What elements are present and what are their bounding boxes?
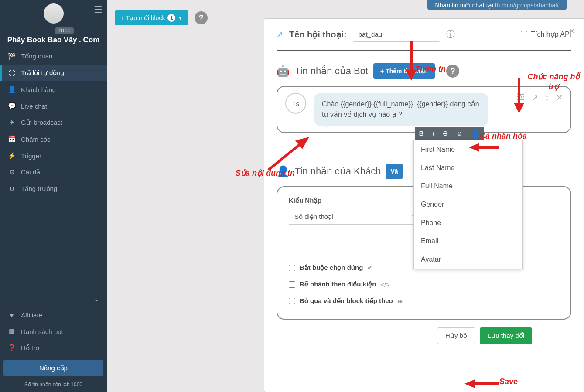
delete-icon[interactable]: ✕ [556, 93, 563, 102]
check-branch[interactable]: Rẽ nhánh theo điều kiện </> [289, 276, 559, 293]
check-skip[interactable]: Bỏ qua và đến block tiếp theo ⏭ [289, 293, 559, 309]
sidebar-item-label: Tổng quan [21, 52, 52, 60]
sidebar-item-growth[interactable]: ∪Tăng trưởng [0, 181, 107, 197]
logo [44, 3, 64, 24]
sidebar-item-overview[interactable]: 🏁Tổng quan [0, 48, 107, 65]
external-icon[interactable]: ↗ [532, 93, 538, 102]
sidebar-lower: ⌄ ♥Affiliate ▦Danh sách bot ❓Hỗ trợ Nâng… [0, 290, 107, 392]
dropdown-item-firstname[interactable]: First Name [414, 140, 522, 159]
sidebar-item-label: Affiliate [21, 311, 42, 319]
add-message-button[interactable]: +Thêm tin nhắn [373, 63, 435, 79]
free-badge: FREE [55, 27, 74, 34]
code-icon: </> [380, 281, 390, 288]
dropdown-item-avatar[interactable]: Avatar [414, 250, 522, 269]
sidebar-item-livechat[interactable]: 💬Live chat [0, 98, 107, 114]
message-tools: 🖼 ↗ ↕ ✕ [517, 93, 563, 102]
sidebar-item-label: Gửi broadcast [21, 119, 62, 126]
sidebar-item-affiliate[interactable]: ♥Affiliate [0, 307, 107, 323]
grid-icon: ▦ [7, 327, 17, 335]
bot-message-box: 🖼 ↗ ↕ ✕ 1s Chào {{gender}} {{full_name}}… [277, 86, 571, 133]
sidebar-item-label: Tăng trưởng [21, 185, 57, 193]
variable-dropdown: First Name Last Name Full Name Gender Ph… [413, 140, 523, 269]
checkbox-required[interactable] [289, 265, 295, 271]
magnet-icon: ∪ [7, 185, 17, 193]
info-icon[interactable]: ⓘ [446, 28, 455, 40]
checkbox-branch[interactable] [289, 281, 295, 288]
api-checkbox[interactable] [521, 31, 527, 37]
sidebar-item-label: Hỗ trợ [21, 344, 39, 352]
plus-icon: + [380, 68, 384, 75]
dropdown-item-phone[interactable]: Phone [414, 214, 522, 232]
sidebar-item-customers[interactable]: 👤Khách hàng [0, 81, 107, 98]
forward-icon: ⏭ [397, 297, 404, 305]
input-type-select[interactable]: Số điện thoại [289, 209, 420, 225]
dropdown-item-lastname[interactable]: Last Name [414, 159, 522, 177]
van-button[interactable]: Vă [386, 164, 402, 179]
cancel-button[interactable]: Hủy bỏ [437, 327, 475, 344]
user-icon: 👤 [7, 85, 17, 93]
bold-icon[interactable]: B [415, 127, 428, 140]
sitemap-icon: ⛶ [7, 69, 17, 77]
sidebar-item-trigger[interactable]: ⚡Trigger [0, 147, 107, 164]
sidebar-item-settings[interactable]: ⚙Cài đặt [0, 164, 107, 181]
sidebar-item-autoreply[interactable]: ⛶Trả lời tự động [0, 65, 107, 81]
dialog-name-row: ↗ Tên hội thoại: ⓘ Tích hợp API [277, 27, 571, 51]
customer-section-title: Tin nhắn của Khách [295, 166, 381, 177]
help-icon[interactable]: ? [446, 65, 459, 78]
sidebar-item-label: Chăm sóc [21, 136, 51, 143]
message-count: Số tin nhắn còn lại: 1000 [0, 380, 107, 392]
android-icon: 🤖 [277, 65, 290, 77]
api-label: Tích hợp API [531, 30, 571, 38]
italic-icon[interactable]: I [428, 127, 438, 140]
calendar-icon: 📅 [7, 135, 17, 143]
main: Nhận tin mới nhất tại fb.com/groups/ahac… [107, 0, 584, 392]
check-label: Bỏ qua và đến block tiếp theo [300, 297, 393, 305]
top-banner: Nhận tin mới nhất tại fb.com/groups/ahac… [427, 0, 567, 10]
checkbox-skip[interactable] [289, 298, 295, 304]
sidebar-item-care[interactable]: 📅Chăm sóc [0, 131, 107, 147]
dialog-name-input[interactable] [353, 27, 440, 42]
dropdown-item-gender[interactable]: Gender [414, 195, 522, 214]
sidebar-item-broadcast[interactable]: ✈Gửi broadcast [0, 114, 107, 131]
input-type-value: Số điện thoại [294, 213, 334, 220]
nav-items: 🏁Tổng quan ⛶Trả lời tự động 👤Khách hàng … [0, 48, 107, 290]
caret-down-icon: ▼ [178, 16, 182, 20]
strike-icon[interactable]: S [439, 127, 452, 140]
sidebar-item-label: Khách hàng [21, 86, 56, 93]
reorder-icon[interactable]: ↕ [545, 93, 549, 102]
help-icon: ❓ [7, 344, 17, 352]
user-var-icon[interactable]: 👤 [467, 127, 484, 140]
dropdown-item-email[interactable]: Email [414, 232, 522, 250]
bot-section-title: Tin nhắn của Bot [295, 65, 368, 77]
dropdown-item-fullname[interactable]: Full Name [414, 177, 522, 195]
delay-badge[interactable]: 1s [285, 93, 306, 114]
upgrade-button[interactable]: Nâng cấp [3, 360, 103, 376]
gear-icon: ⚙ [7, 168, 17, 176]
sidebar-item-label: Trả lời tự động [21, 69, 64, 77]
create-block-button[interactable]: + Tạo mới block 1 ▼ [115, 10, 188, 25]
sidebar-item-botlist[interactable]: ▦Danh sách bot [0, 323, 107, 340]
collapse-icon[interactable]: ⌄ [0, 290, 107, 307]
sidebar-item-support[interactable]: ❓Hỗ trợ [0, 340, 107, 356]
create-block-label: + Tạo mới block [121, 14, 165, 21]
editor-toolbar: B I S ☺ 👤 [415, 127, 484, 140]
heart-icon: ♥ [7, 311, 17, 319]
sidebar-item-label: Cài đặt [21, 168, 42, 176]
external-link-icon[interactable]: ↗ [277, 30, 283, 39]
close-icon[interactable]: × [569, 25, 575, 37]
van-label: Vă [390, 168, 398, 175]
dialog-modal: × ↗ Tên hội thoại: ⓘ Tích hợp API 🤖 Tin … [264, 18, 584, 392]
emoji-icon[interactable]: ☺ [452, 127, 467, 140]
api-checkbox-label[interactable]: Tích hợp API [521, 30, 571, 38]
help-icon[interactable]: ? [195, 11, 208, 24]
message-bubble[interactable]: Chào {{gender}} {{full_name}}. {{gender}… [314, 93, 488, 126]
sidebar-item-label: Danh sách bot [21, 328, 63, 335]
user-icon: 👤 [277, 165, 290, 177]
add-message-label: Thêm tin nhắn [386, 68, 428, 75]
banner-prefix: Nhận tin mới nhất tại [435, 2, 495, 9]
hamburger-icon[interactable]: ☰ [94, 4, 102, 16]
image-icon[interactable]: 🖼 [517, 93, 525, 102]
banner-link[interactable]: fb.com/groups/ahachat/ [495, 2, 559, 9]
save-button[interactable]: Lưu thay đổi [480, 327, 532, 344]
dashboard-icon: 🏁 [7, 52, 17, 60]
